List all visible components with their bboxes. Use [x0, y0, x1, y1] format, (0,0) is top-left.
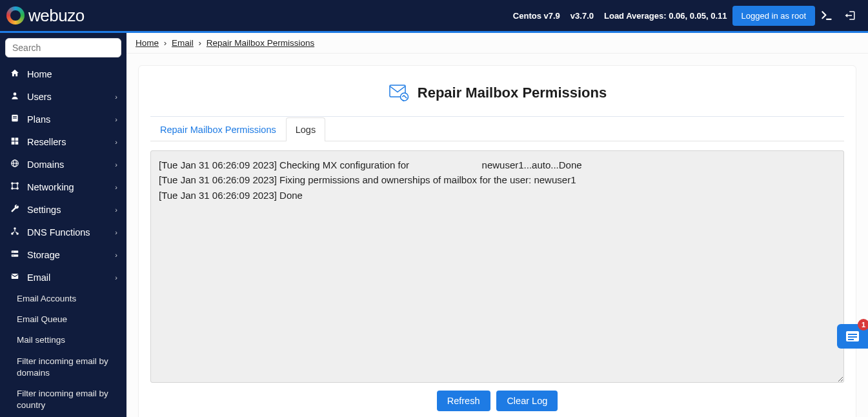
sidebar-item-users[interactable]: Users›	[0, 85, 126, 108]
sidebar-item-settings[interactable]: Settings›	[0, 198, 126, 221]
sidebar-subitem-filter-incoming-email-by-country[interactable]: Filter incoming email by country	[0, 383, 126, 416]
user-icon	[9, 91, 21, 102]
chevron-right-icon: ›	[115, 183, 117, 191]
sidebar-item-plans[interactable]: Plans›	[0, 108, 126, 130]
sidebar-subitem-email-queue[interactable]: Email Queue	[0, 309, 126, 330]
tab-logs[interactable]: Logs	[286, 117, 325, 141]
tab-repair[interactable]: Repair Mailbox Permissions	[150, 117, 286, 141]
svg-point-22	[13, 255, 14, 256]
chevron-right-icon: ›	[115, 251, 117, 259]
sidebar: HomeUsers›Plans›Resellers›Domains›Networ…	[0, 33, 126, 417]
os-label: Centos v7.9	[513, 11, 560, 21]
sidebar-item-resellers[interactable]: Resellers›	[0, 130, 126, 153]
version-label: v3.7.0	[570, 11, 594, 21]
sidebar-subitem-filter-incoming-email-by-domains[interactable]: Filter incoming email by domains	[0, 351, 126, 383]
plans-icon	[9, 114, 21, 125]
svg-rect-28	[848, 336, 857, 338]
notifications-button[interactable]: 1	[837, 324, 868, 349]
sidebar-item-label: Email	[27, 272, 115, 283]
notification-badge: 1	[858, 319, 868, 331]
wrench-icon	[9, 204, 21, 215]
breadcrumb-email[interactable]: Email	[172, 38, 194, 48]
sidebar-item-label: Settings	[27, 205, 115, 215]
refresh-button[interactable]: Refresh	[437, 391, 490, 411]
svg-rect-19	[12, 250, 19, 253]
svg-rect-8	[15, 141, 19, 145]
chevron-right-icon: ›	[115, 161, 117, 168]
clear-log-button[interactable]: Clear Log	[496, 391, 558, 411]
svg-rect-6	[15, 137, 19, 141]
log-output[interactable]: [Tue Jan 31 06:26:09 2023] Checking MX c…	[150, 150, 844, 383]
sidebar-item-label: DNS Functions	[27, 227, 115, 238]
storage-icon	[9, 249, 21, 260]
svg-rect-4	[13, 117, 17, 118]
network-icon	[9, 181, 21, 192]
chevron-right-icon: ›	[115, 116, 117, 123]
chevron-right-icon: ›	[115, 138, 117, 146]
sidebar-item-label: Plans	[27, 114, 115, 125]
sidebar-item-label: Users	[27, 92, 115, 102]
top-bar: webuzo Centos v7.9 v3.7.0 Load Averages:…	[0, 0, 868, 31]
sidebar-item-label: Resellers	[27, 137, 115, 147]
sidebar-item-domains[interactable]: Domains›	[0, 153, 126, 176]
svg-point-21	[13, 252, 14, 252]
load-averages: Load Averages: 0.06, 0.05, 0.11	[604, 11, 727, 21]
sidebar-subitem-email-accounts[interactable]: Email Accounts	[0, 289, 126, 309]
sidebar-item-storage[interactable]: Storage›	[0, 243, 126, 266]
logged-in-button[interactable]: Logged in as root	[732, 6, 815, 26]
dns-icon	[9, 227, 21, 238]
svg-rect-20	[12, 254, 19, 257]
tabs: Repair Mailbox Permissions Logs	[150, 117, 844, 141]
sidebar-item-email[interactable]: Email›	[0, 266, 126, 289]
chevron-right-icon: ›	[115, 206, 117, 214]
svg-point-25	[400, 93, 408, 101]
mail-repair-icon	[388, 81, 411, 105]
svg-rect-27	[848, 334, 857, 335]
resellers-icon	[9, 136, 21, 147]
breadcrumb-separator: ›	[164, 38, 167, 48]
sidebar-item-label: Storage	[27, 250, 115, 260]
svg-point-1	[14, 92, 17, 96]
svg-rect-7	[12, 141, 15, 145]
svg-rect-5	[12, 137, 15, 141]
chevron-right-icon: ›	[115, 229, 117, 236]
main-panel: Repair Mailbox Permissions Repair Mailbo…	[138, 65, 856, 417]
breadcrumb: Home › Email › Repair Mailbox Permission…	[126, 33, 868, 54]
home-icon	[9, 68, 21, 79]
sidebar-item-dns-functions[interactable]: DNS Functions›	[0, 221, 126, 243]
breadcrumb-home[interactable]: Home	[136, 38, 159, 48]
chevron-right-icon: ›	[115, 93, 117, 101]
breadcrumb-separator: ›	[199, 38, 202, 48]
chevron-right-icon: ›	[115, 274, 117, 281]
sidebar-item-label: Home	[27, 69, 117, 79]
sidebar-subitem-mail-settings[interactable]: Mail settings	[0, 330, 126, 351]
page-title: Repair Mailbox Permissions	[418, 85, 607, 101]
sidebar-item-label: Domains	[27, 159, 115, 170]
logo-swirl-icon	[6, 6, 25, 25]
brand-name: webuzo	[28, 6, 85, 26]
svg-rect-29	[848, 339, 854, 340]
terminal-icon[interactable]	[819, 8, 834, 23]
mail-icon	[9, 272, 21, 283]
search-input[interactable]	[5, 38, 121, 57]
sidebar-item-networking[interactable]: Networking›	[0, 176, 126, 198]
svg-point-16	[14, 227, 16, 230]
breadcrumb-current[interactable]: Repair Mailbox Permissions	[207, 38, 314, 48]
svg-rect-3	[13, 116, 17, 117]
sidebar-item-label: Networking	[27, 182, 115, 192]
sidebar-item-home[interactable]: Home	[0, 63, 126, 85]
main-content: Home › Email › Repair Mailbox Permission…	[126, 33, 868, 417]
brand-logo[interactable]: webuzo	[6, 6, 85, 26]
logout-icon[interactable]	[842, 8, 858, 23]
globe-icon	[9, 159, 21, 170]
